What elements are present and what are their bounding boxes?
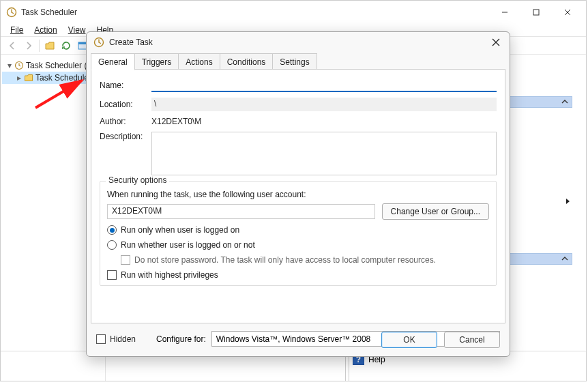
checkbox-icon [107,270,117,280]
tree-library-label: Task Schedule [35,73,89,83]
radio-icon [107,240,117,250]
tab-conditions[interactable]: Conditions [220,53,274,70]
location-label: Location: [100,100,151,109]
chevron-right-icon[interactable] [564,197,572,205]
window-title: Task Scheduler [21,8,489,17]
folder-up-button[interactable] [42,38,57,53]
collapse-icon[interactable]: ▾ [5,61,14,70]
name-input[interactable] [151,78,497,92]
tab-settings[interactable]: Settings [272,53,317,70]
radio-label: Run whether user is logged on or not [121,240,255,250]
tree-root-label: Task Scheduler (L [26,61,91,70]
dialog-close-button[interactable] [486,35,505,50]
dialog-titlebar: Create Task [87,32,510,53]
cancel-button[interactable]: Cancel [444,332,500,348]
menu-action[interactable]: Action [29,24,62,36]
checkbox-hidden[interactable]: Hidden [96,334,136,344]
close-button[interactable] [552,2,583,23]
forward-button[interactable] [21,38,36,53]
checkbox-label: Hidden [110,334,136,344]
create-task-dialog: Create Task General Triggers Actions Con… [86,31,510,357]
radio-icon [107,225,117,235]
security-options-title: Security options [106,175,169,185]
clock-icon [6,7,17,18]
change-user-button[interactable]: Change User or Group... [382,203,489,220]
clock-icon [93,37,104,48]
clock-icon [14,61,24,70]
name-label: Name: [100,81,151,90]
folder-icon [24,73,33,83]
configure-for-label: Configure for: [156,334,206,344]
svg-rect-1 [533,10,539,15]
security-options-group: Security options When running the task, … [100,181,497,286]
configure-for-value: Windows Vista™, Windows Server™ 2008 [216,334,371,344]
ok-button[interactable]: OK [381,332,437,348]
tab-triggers[interactable]: Triggers [134,53,179,70]
location-value: \ [151,98,497,111]
author-label: Author: [100,117,151,126]
chevron-up-icon [561,98,569,106]
checkbox-highest-privileges[interactable]: Run with highest privileges [107,270,489,280]
tab-actions[interactable]: Actions [178,53,220,70]
dialog-title: Create Task [109,38,486,47]
back-button[interactable] [5,38,20,53]
toolbar-separator [39,40,40,52]
radio-run-whether[interactable]: Run whether user is logged on or not [107,240,489,250]
description-input[interactable] [151,132,497,175]
tab-strip: General Triggers Actions Conditions Sett… [87,53,510,70]
user-account-value: X12DEXT0\M [107,204,375,219]
checkbox-icon [96,334,106,344]
checkbox-no-store-password: Do not store password. The task will onl… [121,255,489,265]
expand-icon[interactable]: ▸ [14,73,24,83]
refresh-button[interactable] [59,38,74,53]
dialog-buttons: OK Cancel [381,332,500,348]
menu-file[interactable]: File [5,24,29,36]
tab-general[interactable]: General [91,53,135,70]
security-whenline: When running the task, use the following… [107,190,489,199]
description-label: Description: [100,132,151,141]
minimize-button[interactable] [489,2,520,23]
radio-run-logged-on[interactable]: Run only when user is logged on [107,225,489,235]
chevron-up-icon [561,255,569,263]
titlebar: Task Scheduler [1,1,586,23]
radio-label: Run only when user is logged on [121,225,239,235]
author-value: X12DEXT0\M [151,117,497,126]
checkbox-label: Do not store password. The task will onl… [134,255,436,265]
checkbox-label: Run with highest privileges [121,270,218,280]
tab-body-general: Name: Location: \ Author: X12DEXT0\M Des… [91,69,505,323]
checkbox-icon [121,255,130,265]
maximize-button[interactable] [520,2,552,23]
